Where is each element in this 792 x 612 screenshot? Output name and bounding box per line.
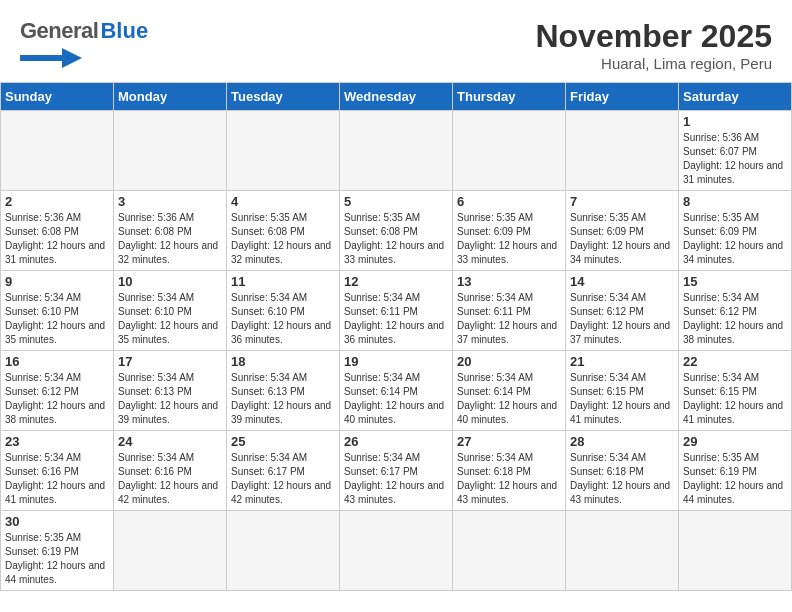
day-info-line: Sunset: 6:15 PM	[683, 385, 787, 399]
calendar-cell: 15Sunrise: 5:34 AMSunset: 6:12 PMDayligh…	[679, 271, 792, 351]
day-info-line: Daylight: 12 hours and 42 minutes.	[231, 479, 335, 507]
day-info-line: Sunrise: 5:36 AM	[118, 211, 222, 225]
weekday-header-monday: Monday	[114, 83, 227, 111]
week-row-1: 2Sunrise: 5:36 AMSunset: 6:08 PMDaylight…	[1, 191, 792, 271]
calendar-cell	[566, 111, 679, 191]
day-info-line: Sunrise: 5:34 AM	[570, 371, 674, 385]
calendar-cell: 11Sunrise: 5:34 AMSunset: 6:10 PMDayligh…	[227, 271, 340, 351]
calendar-cell: 27Sunrise: 5:34 AMSunset: 6:18 PMDayligh…	[453, 431, 566, 511]
day-info-line: Sunset: 6:18 PM	[457, 465, 561, 479]
day-info-line: Sunrise: 5:34 AM	[457, 371, 561, 385]
day-info: Sunrise: 5:36 AMSunset: 6:08 PMDaylight:…	[5, 211, 109, 267]
calendar-cell: 21Sunrise: 5:34 AMSunset: 6:15 PMDayligh…	[566, 351, 679, 431]
calendar-cell	[566, 511, 679, 591]
day-info-line: Daylight: 12 hours and 34 minutes.	[683, 239, 787, 267]
day-info-line: Daylight: 12 hours and 43 minutes.	[457, 479, 561, 507]
day-number: 22	[683, 354, 787, 369]
day-info-line: Sunrise: 5:34 AM	[344, 371, 448, 385]
day-info: Sunrise: 5:34 AMSunset: 6:13 PMDaylight:…	[231, 371, 335, 427]
calendar-cell: 3Sunrise: 5:36 AMSunset: 6:08 PMDaylight…	[114, 191, 227, 271]
day-info-line: Sunrise: 5:35 AM	[457, 211, 561, 225]
calendar-cell: 6Sunrise: 5:35 AMSunset: 6:09 PMDaylight…	[453, 191, 566, 271]
logo-general: General	[20, 18, 98, 44]
day-number: 8	[683, 194, 787, 209]
day-info-line: Daylight: 12 hours and 41 minutes.	[570, 399, 674, 427]
day-info-line: Sunset: 6:18 PM	[570, 465, 674, 479]
day-info-line: Sunrise: 5:36 AM	[683, 131, 787, 145]
day-info: Sunrise: 5:34 AMSunset: 6:16 PMDaylight:…	[5, 451, 109, 507]
calendar-cell: 14Sunrise: 5:34 AMSunset: 6:12 PMDayligh…	[566, 271, 679, 351]
day-number: 24	[118, 434, 222, 449]
day-info-line: Sunrise: 5:35 AM	[231, 211, 335, 225]
calendar-cell: 2Sunrise: 5:36 AMSunset: 6:08 PMDaylight…	[1, 191, 114, 271]
week-row-3: 16Sunrise: 5:34 AMSunset: 6:12 PMDayligh…	[1, 351, 792, 431]
day-info-line: Sunset: 6:13 PM	[231, 385, 335, 399]
day-info-line: Daylight: 12 hours and 41 minutes.	[683, 399, 787, 427]
day-info-line: Sunset: 6:19 PM	[683, 465, 787, 479]
day-number: 7	[570, 194, 674, 209]
day-info: Sunrise: 5:34 AMSunset: 6:17 PMDaylight:…	[231, 451, 335, 507]
day-info-line: Sunset: 6:07 PM	[683, 145, 787, 159]
day-info: Sunrise: 5:34 AMSunset: 6:14 PMDaylight:…	[457, 371, 561, 427]
day-info-line: Sunset: 6:08 PM	[344, 225, 448, 239]
calendar-cell: 4Sunrise: 5:35 AMSunset: 6:08 PMDaylight…	[227, 191, 340, 271]
day-info-line: Sunset: 6:13 PM	[118, 385, 222, 399]
day-info-line: Sunset: 6:17 PM	[344, 465, 448, 479]
day-info-line: Sunset: 6:11 PM	[457, 305, 561, 319]
calendar-cell: 24Sunrise: 5:34 AMSunset: 6:16 PMDayligh…	[114, 431, 227, 511]
day-info: Sunrise: 5:35 AMSunset: 6:19 PMDaylight:…	[683, 451, 787, 507]
day-info-line: Sunset: 6:10 PM	[5, 305, 109, 319]
day-info: Sunrise: 5:34 AMSunset: 6:17 PMDaylight:…	[344, 451, 448, 507]
day-info-line: Sunset: 6:12 PM	[5, 385, 109, 399]
day-info-line: Sunrise: 5:34 AM	[570, 451, 674, 465]
weekday-row: SundayMondayTuesdayWednesdayThursdayFrid…	[1, 83, 792, 111]
day-info: Sunrise: 5:34 AMSunset: 6:16 PMDaylight:…	[118, 451, 222, 507]
page-title: November 2025	[535, 18, 772, 55]
title-block: November 2025 Huaral, Lima region, Peru	[535, 18, 772, 72]
calendar-cell	[227, 511, 340, 591]
day-number: 29	[683, 434, 787, 449]
day-info-line: Sunset: 6:08 PM	[231, 225, 335, 239]
day-info-line: Daylight: 12 hours and 35 minutes.	[118, 319, 222, 347]
calendar-cell: 29Sunrise: 5:35 AMSunset: 6:19 PMDayligh…	[679, 431, 792, 511]
page-subtitle: Huaral, Lima region, Peru	[535, 55, 772, 72]
day-info-line: Sunrise: 5:34 AM	[683, 371, 787, 385]
day-info-line: Sunrise: 5:34 AM	[5, 371, 109, 385]
calendar-cell: 28Sunrise: 5:34 AMSunset: 6:18 PMDayligh…	[566, 431, 679, 511]
day-info-line: Sunrise: 5:34 AM	[457, 451, 561, 465]
day-number: 9	[5, 274, 109, 289]
calendar-cell: 19Sunrise: 5:34 AMSunset: 6:14 PMDayligh…	[340, 351, 453, 431]
day-number: 16	[5, 354, 109, 369]
calendar-cell	[114, 111, 227, 191]
calendar-cell: 8Sunrise: 5:35 AMSunset: 6:09 PMDaylight…	[679, 191, 792, 271]
day-info-line: Sunset: 6:15 PM	[570, 385, 674, 399]
logo-icon	[20, 46, 100, 68]
weekday-header-sunday: Sunday	[1, 83, 114, 111]
calendar-cell: 9Sunrise: 5:34 AMSunset: 6:10 PMDaylight…	[1, 271, 114, 351]
day-info-line: Daylight: 12 hours and 44 minutes.	[683, 479, 787, 507]
calendar-header: SundayMondayTuesdayWednesdayThursdayFrid…	[1, 83, 792, 111]
day-info: Sunrise: 5:35 AMSunset: 6:09 PMDaylight:…	[570, 211, 674, 267]
day-info-line: Sunset: 6:14 PM	[457, 385, 561, 399]
calendar-cell	[1, 111, 114, 191]
day-info: Sunrise: 5:35 AMSunset: 6:08 PMDaylight:…	[231, 211, 335, 267]
day-info: Sunrise: 5:34 AMSunset: 6:13 PMDaylight:…	[118, 371, 222, 427]
day-info: Sunrise: 5:35 AMSunset: 6:09 PMDaylight:…	[457, 211, 561, 267]
day-number: 30	[5, 514, 109, 529]
day-number: 1	[683, 114, 787, 129]
day-info-line: Daylight: 12 hours and 43 minutes.	[344, 479, 448, 507]
calendar-cell	[679, 511, 792, 591]
day-info-line: Daylight: 12 hours and 40 minutes.	[344, 399, 448, 427]
day-info-line: Sunrise: 5:34 AM	[344, 451, 448, 465]
day-info-line: Sunrise: 5:34 AM	[683, 291, 787, 305]
day-info-line: Sunset: 6:09 PM	[683, 225, 787, 239]
day-info: Sunrise: 5:36 AMSunset: 6:07 PMDaylight:…	[683, 131, 787, 187]
day-info-line: Daylight: 12 hours and 32 minutes.	[118, 239, 222, 267]
calendar-cell	[340, 511, 453, 591]
weekday-header-wednesday: Wednesday	[340, 83, 453, 111]
day-info: Sunrise: 5:36 AMSunset: 6:08 PMDaylight:…	[118, 211, 222, 267]
day-info-line: Daylight: 12 hours and 37 minutes.	[457, 319, 561, 347]
day-number: 3	[118, 194, 222, 209]
day-info-line: Sunset: 6:11 PM	[344, 305, 448, 319]
calendar-cell: 13Sunrise: 5:34 AMSunset: 6:11 PMDayligh…	[453, 271, 566, 351]
